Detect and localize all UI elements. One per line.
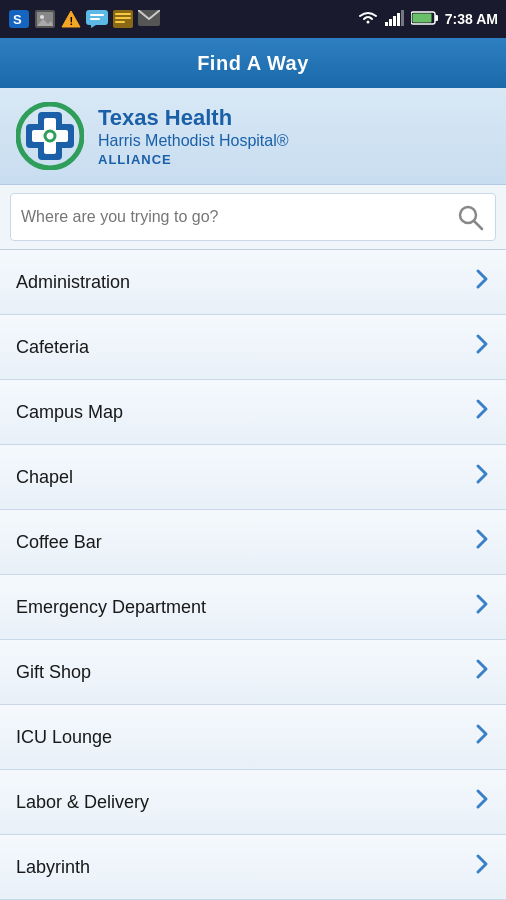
svg-point-4 — [40, 15, 44, 19]
chevron-right-icon — [474, 787, 490, 817]
svg-rect-14 — [115, 17, 131, 19]
menu-item[interactable]: Cafeteria — [0, 315, 506, 380]
chevron-right-icon — [474, 267, 490, 297]
menu-item-label: Labor & Delivery — [16, 792, 149, 813]
menu-item-label: Administration — [16, 272, 130, 293]
chevron-right-icon — [474, 657, 490, 687]
svg-line-33 — [474, 221, 482, 229]
news-icon — [112, 10, 134, 28]
chevron-right-icon — [474, 397, 490, 427]
warning-icon: ! — [60, 10, 82, 28]
logo-section: Texas Health Harris Methodist Hospital® … — [0, 88, 506, 185]
battery-icon — [411, 11, 439, 28]
status-bar-left: S ! — [8, 10, 160, 28]
signal-icon — [385, 10, 405, 29]
status-bar-right: 7:38 AM — [357, 10, 498, 29]
menu-item[interactable]: Labyrinth — [0, 835, 506, 900]
menu-item[interactable]: Campus Map — [0, 380, 506, 445]
svg-rect-8 — [86, 10, 108, 25]
svg-marker-9 — [91, 25, 96, 28]
menu-list: AdministrationCafeteriaCampus MapChapelC… — [0, 250, 506, 900]
logo-harris: Harris Methodist Hospital® — [98, 131, 289, 150]
svg-rect-23 — [435, 15, 438, 21]
svg-rect-24 — [412, 13, 431, 22]
svg-rect-15 — [115, 21, 125, 23]
chevron-right-icon — [474, 527, 490, 557]
chevron-right-icon — [474, 592, 490, 622]
chevron-right-icon — [474, 722, 490, 752]
menu-item[interactable]: Chapel — [0, 445, 506, 510]
logo-texas-health: Texas Health — [98, 105, 289, 131]
svg-rect-17 — [385, 22, 388, 26]
svg-rect-10 — [90, 14, 104, 16]
menu-item[interactable]: Emergency Department — [0, 575, 506, 640]
app-header: Find A Way — [0, 38, 506, 88]
chevron-right-icon — [474, 332, 490, 362]
menu-item-label: Emergency Department — [16, 597, 206, 618]
svg-rect-21 — [401, 10, 404, 26]
wifi-icon — [357, 10, 379, 29]
status-bar: S ! — [0, 0, 506, 38]
svg-rect-13 — [115, 13, 131, 15]
chevron-right-icon — [474, 852, 490, 882]
search-bar — [0, 185, 506, 250]
menu-item-label: Campus Map — [16, 402, 123, 423]
menu-item[interactable]: Coffee Bar — [0, 510, 506, 575]
search-icon[interactable] — [455, 202, 485, 232]
menu-item[interactable]: Gift Shop — [0, 640, 506, 705]
s-icon: S — [8, 10, 30, 28]
svg-text:S: S — [13, 12, 22, 27]
logo-alliance: ALLIANCE — [98, 152, 289, 167]
menu-item-label: Cafeteria — [16, 337, 89, 358]
menu-item-label: Gift Shop — [16, 662, 91, 683]
svg-rect-18 — [389, 19, 392, 26]
svg-rect-19 — [393, 16, 396, 26]
menu-item-label: ICU Lounge — [16, 727, 112, 748]
status-time: 7:38 AM — [445, 11, 498, 27]
hospital-logo — [16, 102, 84, 170]
chat-icon — [86, 10, 108, 28]
menu-item-label: Coffee Bar — [16, 532, 102, 553]
svg-rect-11 — [90, 18, 100, 20]
menu-item-label: Labyrinth — [16, 857, 90, 878]
chevron-right-icon — [474, 462, 490, 492]
mail-icon — [138, 10, 160, 28]
search-input-wrapper[interactable] — [10, 193, 496, 241]
menu-item[interactable]: ICU Lounge — [0, 705, 506, 770]
app-title: Find A Way — [197, 52, 309, 75]
menu-item[interactable]: Labor & Delivery — [0, 770, 506, 835]
svg-text:!: ! — [70, 15, 74, 27]
logo-text: Texas Health Harris Methodist Hospital® … — [98, 105, 289, 168]
search-input[interactable] — [21, 208, 455, 226]
svg-rect-20 — [397, 13, 400, 26]
image-icon — [34, 10, 56, 28]
menu-item-label: Chapel — [16, 467, 73, 488]
menu-item[interactable]: Administration — [0, 250, 506, 315]
